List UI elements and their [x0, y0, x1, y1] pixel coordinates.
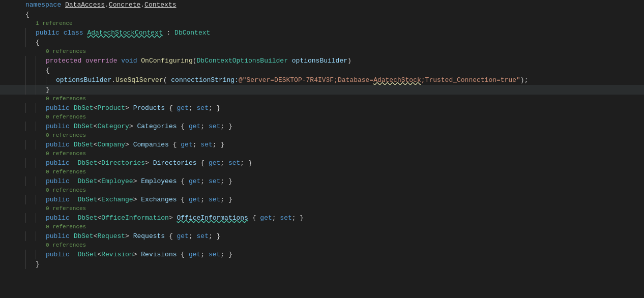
codelens-line: 0 references: [0, 186, 644, 195]
code-line: public DbSet<Company> Companies { get; s…: [0, 140, 644, 150]
codelens-line: 0 references: [0, 47, 644, 56]
codelens-line: 0 references: [0, 241, 644, 250]
code-line: {: [0, 10, 644, 19]
code-line: optionsBuilder.UseSqlServer( connectionS…: [0, 75, 644, 85]
codelens-line: 0 references: [0, 150, 644, 158]
codelens-line: 1 reference: [0, 19, 644, 28]
code-line: public DbSet<Product> Products { get; se…: [0, 103, 644, 113]
code-line: public DbSet<Directories> Directories { …: [0, 158, 644, 168]
codelens-line: 0 references: [0, 113, 644, 122]
code-line: namespace DataAccess.Concrete.Contexts: [0, 0, 644, 10]
code-line: public DbSet<OfficeInformation> OfficeIn…: [0, 213, 644, 223]
codelens-line: 0 references: [0, 95, 644, 103]
code-line: public DbSet<Revision> Revisions { get; …: [0, 250, 644, 259]
codelens-line: 0 references: [0, 204, 644, 213]
code-line: public class AdatechStockContext : DbCon…: [0, 28, 644, 38]
code-line: public DbSet<Employee> Employees { get; …: [0, 176, 644, 186]
code-line: public DbSet<Exchange> Exchanges { get; …: [0, 195, 644, 204]
code-editor: namespace DataAccess.Concrete.Contexts{1…: [0, 0, 644, 298]
code-line: {: [0, 38, 644, 47]
code-line: }: [0, 85, 644, 95]
codelens-line: 0 references: [0, 168, 644, 176]
code-line: {: [0, 66, 644, 75]
code-line: }: [0, 259, 644, 269]
codelens-line: 0 references: [0, 223, 644, 231]
code-line: protected override void OnConfiguring(Db…: [0, 56, 644, 66]
codelens-line: 0 references: [0, 131, 644, 140]
code-line: public DbSet<Request> Requests { get; se…: [0, 231, 644, 241]
code-line: public DbSet<Category> Categories { get;…: [0, 122, 644, 131]
